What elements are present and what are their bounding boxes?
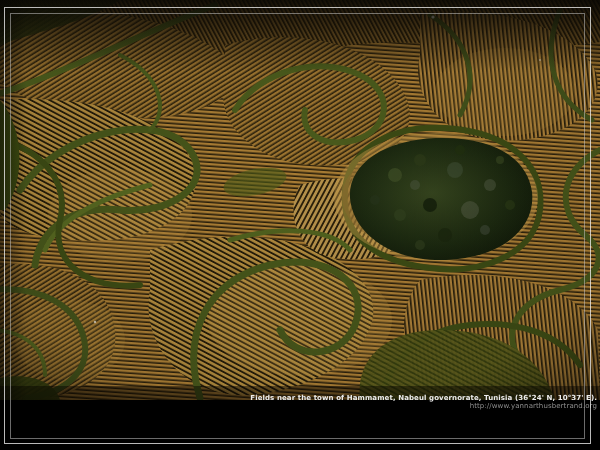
aerial-photo-fields xyxy=(0,0,600,400)
caption-title: Fields near the town of Hammamet, Nabeul… xyxy=(250,394,597,402)
photo-shading xyxy=(0,0,600,400)
photo-caption: Fields near the town of Hammamet, Nabeul… xyxy=(250,394,597,410)
caption-url: http://www.yannarthusbertrand.org xyxy=(250,402,597,410)
wallpaper-canvas: Fields near the town of Hammamet, Nabeul… xyxy=(0,0,600,450)
